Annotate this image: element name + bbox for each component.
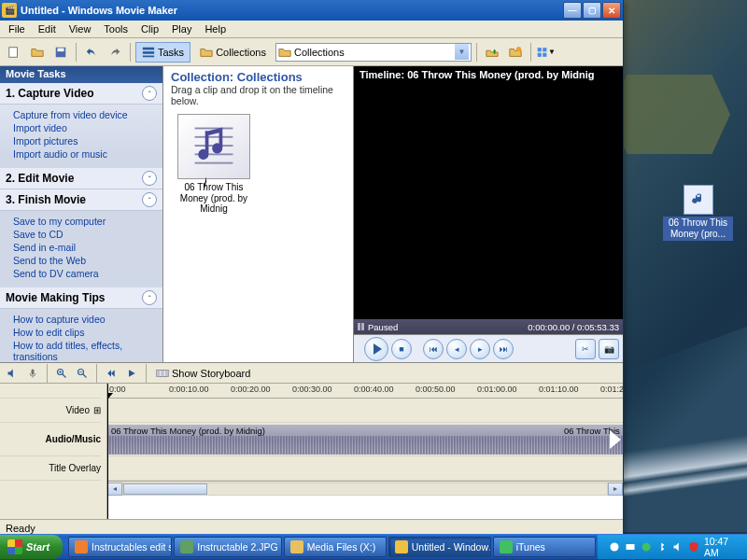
menu-view[interactable]: View bbox=[63, 22, 98, 35]
new-project-button[interactable] bbox=[4, 42, 24, 63]
tasks-toggle[interactable]: Tasks bbox=[135, 42, 190, 63]
link-howto-edit[interactable]: How to edit clips bbox=[13, 326, 157, 339]
video-track[interactable] bbox=[107, 399, 623, 423]
rewind-timeline-button[interactable] bbox=[103, 365, 120, 382]
clock[interactable]: 10:47 AM bbox=[704, 536, 740, 558]
expand-video-icon[interactable]: ⊞ bbox=[93, 405, 101, 415]
task-group-tips[interactable]: Movie Making Tips ˆ bbox=[0, 287, 162, 309]
scroll-thumb[interactable] bbox=[123, 483, 207, 495]
show-storyboard-button[interactable]: Show Storyboard bbox=[152, 367, 254, 380]
taskbar-item-2[interactable]: Media Files (X:) bbox=[284, 537, 387, 557]
zoom-out-button[interactable] bbox=[74, 365, 91, 382]
desktop-file-icon[interactable]: 06 Throw This Money (pro... bbox=[663, 185, 733, 241]
preview-timecode: 0:00:00.00 / 0:05:53.33 bbox=[528, 322, 619, 332]
audio-levels-button[interactable] bbox=[4, 365, 21, 382]
system-tray[interactable]: 10:47 AM bbox=[598, 535, 747, 559]
scroll-left-button[interactable]: ◂ bbox=[107, 483, 122, 496]
new-folder-button[interactable] bbox=[505, 42, 526, 63]
timeline-toolbar: Show Storyboard bbox=[0, 363, 623, 384]
preview-stage[interactable] bbox=[354, 83, 623, 319]
collection-dropdown[interactable]: Collections ▼ bbox=[275, 43, 472, 62]
view-mode-button[interactable]: ▼ bbox=[536, 42, 557, 63]
tasks-label: Tasks bbox=[158, 47, 184, 58]
undo-button[interactable] bbox=[81, 42, 102, 63]
menu-clip[interactable]: Clip bbox=[134, 22, 165, 35]
link-save-computer[interactable]: Save to my computer bbox=[13, 215, 157, 228]
taskbar-item-0[interactable]: Instructables edit st… bbox=[68, 537, 172, 557]
menu-tools[interactable]: Tools bbox=[97, 22, 134, 35]
snapshot-button[interactable]: 📷 bbox=[599, 339, 619, 359]
timeline-h-scrollbar[interactable]: ◂ ▸ bbox=[107, 481, 623, 496]
start-button[interactable]: Start bbox=[0, 535, 63, 559]
save-project-button[interactable] bbox=[50, 42, 71, 63]
link-send-dv[interactable]: Send to DV camera bbox=[13, 267, 157, 280]
link-send-email[interactable]: Send in e-mail bbox=[13, 241, 157, 254]
close-button[interactable] bbox=[602, 2, 621, 19]
split-clip-button[interactable]: ✂ bbox=[575, 339, 596, 359]
svg-point-30 bbox=[610, 542, 618, 551]
menu-edit[interactable]: Edit bbox=[32, 22, 63, 35]
zoom-in-button[interactable] bbox=[53, 365, 70, 382]
audio-track[interactable]: 06 Throw This Money (prod. by Midnig) 06… bbox=[107, 423, 623, 456]
step-back-button[interactable]: ◂ bbox=[446, 339, 467, 359]
menu-file[interactable]: File bbox=[2, 22, 32, 35]
taskbar-item-3[interactable]: Untitled - Window… bbox=[388, 537, 491, 557]
collection-subtitle: Drag a clip and drop it on the timeline … bbox=[171, 84, 345, 106]
tray-icon[interactable] bbox=[609, 540, 620, 553]
narrate-button[interactable] bbox=[24, 365, 41, 382]
link-howto-titles[interactable]: How to add titles, effects, transitions bbox=[13, 339, 157, 362]
show-storyboard-label: Show Storyboard bbox=[172, 368, 250, 379]
audio-clip-repeat-label[interactable]: 06 Throw This Money (prod. by Mid bbox=[560, 425, 623, 455]
drag-indicator-line bbox=[204, 148, 206, 362]
tray-icon[interactable] bbox=[641, 540, 652, 553]
stop-button[interactable]: ■ bbox=[391, 339, 412, 359]
folder-icon bbox=[278, 46, 291, 59]
window-titlebar[interactable]: 🎬 Untitled - Windows Movie Maker — ▢ bbox=[0, 0, 623, 21]
playhead[interactable] bbox=[107, 384, 108, 519]
link-import-video[interactable]: Import video bbox=[13, 121, 157, 134]
prev-clip-button[interactable]: ⏮ bbox=[423, 339, 444, 359]
menu-help[interactable]: Help bbox=[198, 22, 233, 35]
title-overlay-track[interactable] bbox=[107, 456, 623, 481]
task-group-finish[interactable]: 3. Finish Movie ˆ bbox=[0, 189, 162, 211]
link-send-web[interactable]: Send to the Web bbox=[13, 254, 157, 267]
svg-rect-8 bbox=[543, 48, 546, 51]
task-group-edit[interactable]: 2. Edit Movie ˇ bbox=[0, 168, 162, 189]
timeline-tracks[interactable]: 0:00 0:00:10.00 0:00:20.00 0:00:30.00 0:… bbox=[107, 384, 623, 519]
volume-icon[interactable] bbox=[672, 540, 684, 553]
taskbar-item-1[interactable]: Instructable 2.JPG - … bbox=[174, 537, 281, 557]
svg-rect-2 bbox=[58, 48, 64, 51]
taskbar-item-4[interactable]: iTunes bbox=[493, 537, 596, 557]
timeline-pane: Show Storyboard Video⊞ Audio/Music Title… bbox=[0, 362, 623, 519]
tray-icon[interactable] bbox=[625, 540, 636, 553]
time-ruler[interactable]: 0:00 0:00:10.00 0:00:20.00 0:00:30.00 0:… bbox=[107, 384, 623, 399]
step-forward-button[interactable]: ▸ bbox=[470, 339, 490, 359]
redo-button[interactable] bbox=[105, 42, 125, 63]
clip-item[interactable]: 06 Throw This Money (prod. by Midnig bbox=[171, 114, 257, 215]
play-timeline-button[interactable] bbox=[123, 365, 140, 382]
svg-rect-27 bbox=[157, 370, 161, 376]
title-track-label: Title Overlay bbox=[49, 463, 101, 473]
collections-toggle[interactable]: Collections bbox=[193, 42, 273, 63]
scroll-right-button[interactable]: ▸ bbox=[608, 483, 623, 496]
task-pane: Movie Tasks 1. Capture Video ˆ Capture f… bbox=[0, 66, 163, 362]
shield-icon[interactable] bbox=[688, 540, 699, 553]
bluetooth-icon[interactable] bbox=[656, 540, 668, 553]
task-group-capture[interactable]: 1. Capture Video ˆ bbox=[0, 83, 162, 105]
menu-play[interactable]: Play bbox=[165, 22, 198, 35]
minimize-button[interactable]: — bbox=[563, 2, 582, 19]
maximize-button[interactable]: ▢ bbox=[583, 2, 601, 19]
open-project-button[interactable] bbox=[27, 42, 48, 63]
app-icon: 🎬 bbox=[2, 3, 17, 18]
play-button[interactable] bbox=[364, 337, 388, 361]
link-capture-device[interactable]: Capture from video device bbox=[13, 108, 157, 121]
link-save-cd[interactable]: Save to CD bbox=[13, 228, 157, 241]
audio-clip[interactable]: 06 Throw This Money (prod. by Midnig) bbox=[107, 425, 623, 455]
dropdown-arrow-icon: ▼ bbox=[455, 44, 469, 60]
link-howto-capture[interactable]: How to capture video bbox=[13, 313, 157, 326]
up-level-button[interactable] bbox=[482, 42, 502, 63]
collection-selected: Collections bbox=[291, 47, 455, 58]
link-import-audio[interactable]: Import audio or music bbox=[13, 147, 157, 161]
link-import-pictures[interactable]: Import pictures bbox=[13, 134, 157, 147]
next-clip-button[interactable]: ⏭ bbox=[493, 339, 514, 359]
